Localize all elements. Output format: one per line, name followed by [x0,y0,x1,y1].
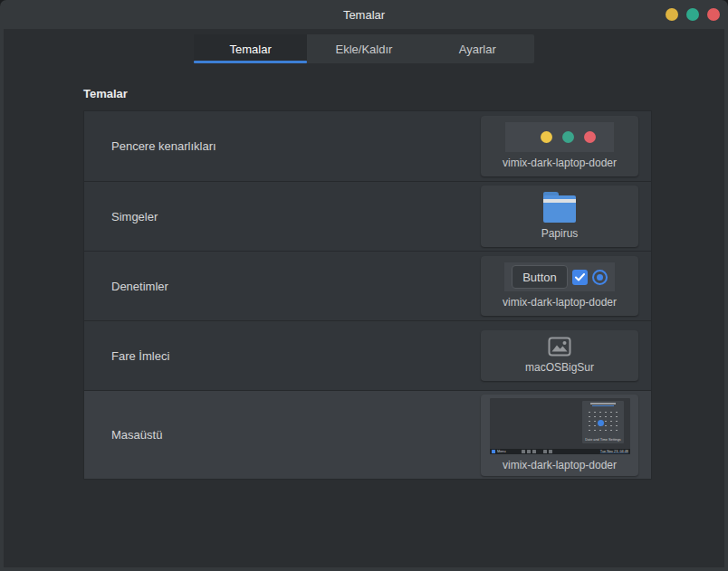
folder-icon [543,192,576,223]
window-border-theme-button[interactable]: vimix-dark-laptop-doder [481,116,638,176]
theme-list: Pencere kenarlıkları vimix-dark-laptop-d… [83,110,652,480]
menu-icon [492,450,495,453]
tab-bar: Temalar Ekle/Kaldır Ayarlar [194,34,534,63]
icon-theme-button[interactable]: Papirus [481,186,638,247]
section-title: Temalar [83,87,724,100]
cursor-theme-button[interactable]: macOSBigSur [481,330,638,381]
tab-ekle-kaldir[interactable]: Ekle/Kaldır [307,34,420,63]
row-label: Denetimler [111,280,168,293]
titlebar-preview-image [505,122,614,152]
window-content: Temalar Ekle/Kaldır Ayarlar Temalar Penc… [0,29,728,571]
calendar-selected-day [598,420,604,426]
row-label: Fare İmleci [111,349,169,363]
themes-window: Temalar Temalar Ekle/Kaldır Ayarlar Tema… [0,0,728,571]
image-placeholder-icon [548,337,571,357]
preview-maximize-dot-icon [562,131,574,143]
row-label: Simgeler [111,210,158,224]
menu-label: Menu [497,449,506,452]
theme-name: vimix-dark-laptop-doder [503,296,617,309]
tab-ayarlar[interactable]: Ayarlar [421,34,534,63]
desktop-preview-image: Date and Time Settings Menu [490,398,630,454]
row-label: Pencere kenarlıkları [111,139,216,153]
row-controls: Denetimler Button vimix-dark-laptop-dode… [84,251,651,320]
calendar-preview: Date and Time Settings [582,401,624,443]
maximize-button[interactable] [686,8,699,21]
theme-name: vimix-dark-laptop-doder [503,157,617,169]
clock-label: Tue Nov 23, 04:48 [599,449,627,452]
row-window-borders: Pencere kenarlıkları vimix-dark-laptop-d… [84,111,651,181]
preview-minimize-dot-icon [541,131,552,143]
titlebar: Temalar [0,0,728,29]
row-icons: Simgeler Papirus [84,181,651,251]
window-controls [666,0,720,29]
preview-checkbox-icon [572,270,588,285]
desktop-theme-button[interactable]: Date and Time Settings Menu [481,395,638,476]
theme-name: macOSBigSur [525,361,594,374]
controls-preview-image: Button [504,262,615,291]
minimize-button[interactable] [666,8,678,21]
controls-theme-button[interactable]: Button vimix-dark-laptop-doder [481,256,638,316]
row-desktop: Masaüstü Date and Time Settings [84,390,651,479]
row-cursor: Fare İmleci macOSBigSur [84,320,651,390]
preview-button-widget: Button [512,265,568,289]
window-title: Temalar [343,8,385,22]
tab-temalar[interactable]: Temalar [194,34,307,63]
calendar-link-text: Date and Time Settings [585,437,621,440]
preview-close-dot-icon [584,131,596,143]
theme-name: vimix-dark-laptop-doder [503,459,617,471]
close-button[interactable] [707,8,720,21]
theme-name: Papirus [541,227,579,240]
row-label: Masaüstü [111,428,162,442]
taskbar-preview: Menu Tue Nov 23, 04:48 [490,449,630,454]
preview-radio-icon [592,270,608,285]
